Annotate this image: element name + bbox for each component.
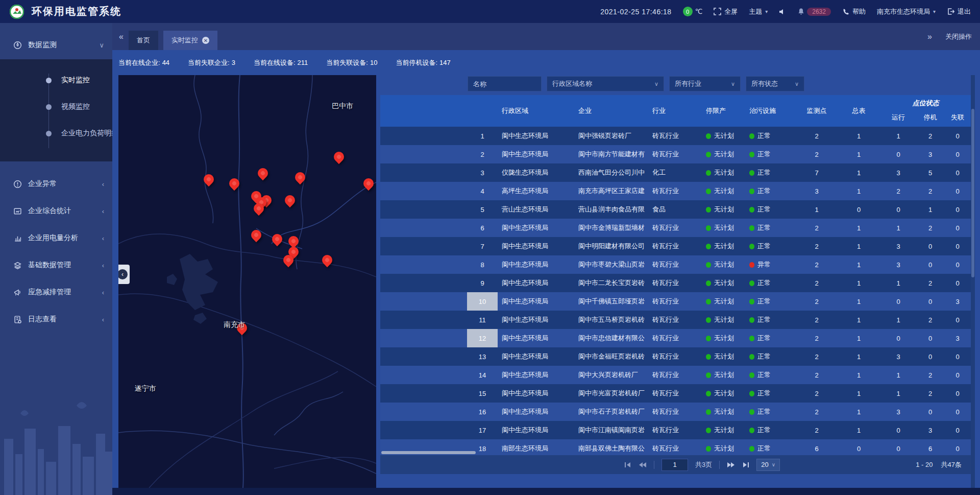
cell-company[interactable]: 阆中市金博瑞新型墙材 xyxy=(574,219,648,237)
vertical-scrollbar[interactable] xyxy=(971,75,975,488)
sidebar-item-base-data[interactable]: 基础数据管理 ‹ xyxy=(0,256,112,274)
table-row[interactable]: 10 阆中生态环境局 阆中千佛镇五郎垭页岩 砖瓦行业 无计划 正常 2 1 xyxy=(380,292,971,311)
cell-company[interactable]: 阆中市五马桥页岩机砖 xyxy=(574,311,648,329)
industry-select[interactable]: 所有行业∨ xyxy=(669,76,741,91)
sound-button[interactable] xyxy=(779,8,786,15)
table-row[interactable]: 4 高坪生态环境局 南充市高坪区王家店建 砖瓦行业 无计划 正常 3 1 xyxy=(380,182,971,200)
cell-total-meter: 1 xyxy=(837,127,880,145)
next-page-button[interactable] xyxy=(727,462,735,468)
table-row[interactable]: 16 阆中生态环境局 阆中市石子页岩机砖厂 砖瓦行业 无计划 正常 2 1 xyxy=(380,403,971,421)
sidebar-item-emergency-reduction[interactable]: 应急减排管理 ‹ xyxy=(0,283,112,301)
map-pin[interactable] xyxy=(257,168,268,182)
help-button[interactable]: 帮助 xyxy=(842,7,866,16)
table-row[interactable]: 7 阆中生态环境局 阆中明阳建材有限公司 砖瓦行业 无计划 正常 2 1 xyxy=(380,237,971,255)
table-row[interactable]: 8 阆中生态环境局 阆中市枣碧大梁山页岩 砖瓦行业 无计划 异常 2 1 xyxy=(380,255,971,274)
cell-company[interactable]: 营山县润丰肉食品有限 xyxy=(574,200,648,219)
table-row[interactable]: 15 阆中生态环境局 阆中市光富页岩机砖厂 砖瓦行业 无计划 正常 2 1 xyxy=(380,384,971,403)
map-pin[interactable] xyxy=(295,172,306,186)
row-index: 1 xyxy=(467,127,498,145)
sidebar-item-realtime-monitor[interactable]: 实时监控 xyxy=(0,73,112,88)
sidebar-item-enterprise-stats[interactable]: 企业综合统计 ‹ xyxy=(0,202,112,220)
table-row[interactable]: 6 阆中生态环境局 阆中市金博瑞新型墙材 砖瓦行业 无计划 正常 2 1 xyxy=(380,219,971,237)
tab-realtime-monitor[interactable]: 实时监控 ✕ xyxy=(163,31,217,50)
map-collapse-button[interactable]: ‹ xyxy=(118,265,130,284)
sidebar-item-enterprise-abnormal[interactable]: 企业异常 ‹ xyxy=(0,175,112,193)
sidebar-item-data-monitoring[interactable]: 数据监测 ∨ xyxy=(0,36,112,54)
tab-home[interactable]: 首页 xyxy=(129,31,158,50)
status-dot-green xyxy=(706,280,711,286)
sidebar-item-video-monitor[interactable]: 视频监控 xyxy=(0,99,112,114)
cell-lost: 0 xyxy=(944,182,971,200)
last-page-button[interactable] xyxy=(742,462,749,468)
table-row[interactable]: 11 阆中生态环境局 阆中市五马桥页岩机砖 砖瓦行业 无计划 正常 2 1 xyxy=(380,311,971,329)
cell-company[interactable]: 南部县双佛土陶有限公 xyxy=(574,439,648,455)
close-operations-menu[interactable]: 关闭操作 xyxy=(945,32,972,41)
org-menu[interactable]: 南充市生态环境局 ▾ xyxy=(877,7,936,16)
logout-button[interactable]: 退出 xyxy=(947,7,971,16)
cell-company[interactable]: 阆中市金福旺页岩机砖 xyxy=(574,347,648,366)
name-search-input[interactable] xyxy=(468,76,542,91)
table-row[interactable]: 5 营山生态环境局 营山县润丰肉食品有限 食品 无计划 正常 1 0 xyxy=(380,200,971,219)
cell-stopped: 0 xyxy=(916,347,944,366)
cell-company[interactable]: 阆中市忠信建材有限公 xyxy=(574,329,648,347)
sidebar-item-power-analysis[interactable]: 企业用电量分析 ‹ xyxy=(0,229,112,247)
cell-company[interactable]: 南充市高坪区王家店建 xyxy=(574,182,648,200)
table-row[interactable]: 9 阆中生态环境局 阆中市二龙长宝页岩砖 砖瓦行业 无计划 正常 2 1 xyxy=(380,274,971,292)
map-pin[interactable] xyxy=(229,178,240,193)
cell-company[interactable]: 阆中市枣碧大梁山页岩 xyxy=(574,255,648,274)
cell-total-meter: 1 xyxy=(837,311,880,329)
table-row[interactable]: 17 阆中生态环境局 阆中市江南镇阆南页岩 砖瓦行业 无计划 正常 2 1 xyxy=(380,421,971,439)
cell-running: 0 xyxy=(880,439,916,455)
tabs-scroll-left-button[interactable]: « xyxy=(119,32,124,41)
map-pin[interactable] xyxy=(253,203,264,218)
region-select[interactable]: 行政区域名称∨ xyxy=(547,76,664,91)
status-dot-green xyxy=(706,446,711,452)
page-size-select[interactable]: 20∨ xyxy=(756,459,780,471)
table-row[interactable]: 3 仪陇生态环境局 西南油气田分公司川中 化工 无计划 正常 7 1 xyxy=(380,163,971,182)
map-pin[interactable] xyxy=(322,255,333,269)
page-number-input[interactable] xyxy=(662,459,688,471)
map-pin[interactable] xyxy=(203,174,214,188)
map-pin[interactable] xyxy=(251,230,262,244)
status-select[interactable]: 所有状态∨ xyxy=(746,76,804,91)
cell-company[interactable]: 阆中市石子页岩机砖厂 xyxy=(574,403,648,421)
table-row[interactable]: 14 阆中生态环境局 阆中大兴页岩机砖厂 砖瓦行业 无计划 正常 2 1 xyxy=(380,366,971,384)
cell-company[interactable]: 阆中明阳建材有限公司 xyxy=(574,237,648,255)
map-pin[interactable] xyxy=(272,234,283,248)
cell-company[interactable]: 阆中千佛镇五郎垭页岩 xyxy=(574,292,648,311)
prev-page-button[interactable] xyxy=(639,462,647,468)
sidebar-item-log-view[interactable]: 日志查看 ‹ xyxy=(0,310,112,328)
table-row[interactable]: 2 阆中生态环境局 阆中市南方节能建材有 砖瓦行业 无计划 正常 2 1 xyxy=(380,145,971,163)
table-row[interactable]: 12 阆中生态环境局 阆中市忠信建材有限公 砖瓦行业 无计划 正常 2 1 xyxy=(380,329,971,347)
table-row[interactable]: 1 阆中生态环境局 阆中强锐页岩砖厂 砖瓦行业 无计划 正常 2 1 xyxy=(380,127,971,145)
tabs-scroll-right-button[interactable]: » xyxy=(927,32,932,41)
cell-company[interactable]: 阆中大兴页岩机砖厂 xyxy=(574,366,648,384)
first-page-button[interactable] xyxy=(624,462,631,468)
sidebar-item-power-load-detail[interactable]: 企业电力负荷明细 xyxy=(0,126,112,141)
map-pin[interactable] xyxy=(284,195,296,209)
cell-company[interactable]: 阆中强锐页岩砖厂 xyxy=(574,127,648,145)
table-row[interactable]: 13 阆中生态环境局 阆中市金福旺页岩机砖 砖瓦行业 无计划 正常 2 1 xyxy=(380,347,971,366)
cell-limit-status: 无计划 xyxy=(702,219,745,237)
cell-company[interactable]: 阆中市南方节能建材有 xyxy=(574,145,648,163)
map-pin[interactable] xyxy=(363,178,374,193)
cell-limit-status: 无计划 xyxy=(702,329,745,347)
cell-company[interactable]: 阆中市二龙长宝页岩砖 xyxy=(574,274,648,292)
cell-company[interactable]: 阆中市光富页岩机砖厂 xyxy=(574,384,648,403)
cell-industry: 化工 xyxy=(648,163,702,182)
cell-company[interactable]: 西南油气田分公司川中 xyxy=(574,163,648,182)
map-pin[interactable] xyxy=(333,152,345,166)
cell-monitor-points: 2 xyxy=(796,329,837,347)
cell-region: 阆中生态环境局 xyxy=(498,292,574,311)
cell-industry: 砖瓦行业 xyxy=(648,439,702,455)
cell-company[interactable]: 阆中市江南镇阆南页岩 xyxy=(574,421,648,439)
vertical-scrollbar-thumb[interactable] xyxy=(971,109,974,277)
notifications[interactable]: 2632 xyxy=(797,8,831,16)
map-panel[interactable]: 巴中市 南充市 遂宁市 ‹ xyxy=(118,75,376,488)
close-tab-icon[interactable]: ✕ xyxy=(202,37,209,44)
theme-menu[interactable]: 主题 ▾ xyxy=(749,7,768,16)
map-pin[interactable] xyxy=(283,255,294,269)
horizontal-scrollbar-thumb[interactable] xyxy=(381,451,476,454)
fullscreen-button[interactable]: 全屏 xyxy=(714,7,738,16)
status-dot-green xyxy=(706,409,711,415)
